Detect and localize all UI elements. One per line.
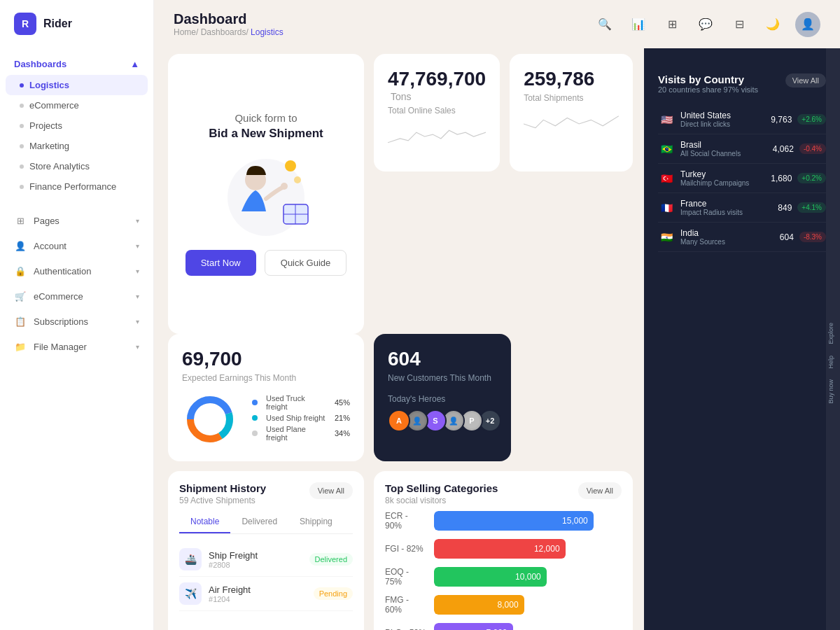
sidebar-item-finance-performance[interactable]: Finance Performance: [0, 176, 153, 197]
nav-item-ecommerce[interactable]: 🛒 eCommerce ▾: [0, 284, 153, 309]
sidebar-item-ecommerce[interactable]: eCommerce: [0, 95, 153, 115]
app-name: Rider: [43, 18, 72, 30]
earnings-label: Expected Earnings This Month: [182, 373, 350, 383]
total-shipments-value: 259,786: [524, 68, 594, 90]
visits-title: Visits by Country: [658, 74, 758, 85]
bar-label: EOQ - 75%: [385, 567, 427, 587]
shipments-chart: [524, 103, 619, 145]
sidebar-item-marketing[interactable]: Marketing: [0, 136, 153, 156]
nav-item-file-manager[interactable]: 📁 File Manager ▾: [0, 334, 153, 359]
selling-title: Top Selling Categories: [385, 482, 498, 494]
nav-item-account[interactable]: 👤 Account ▾: [0, 233, 153, 258]
tab-delivered[interactable]: Delivered: [230, 511, 288, 533]
ship-freight-icon: 🚢: [179, 548, 202, 570]
country-row: 🇹🇷 Turkey Mailchimp Campaigns 1,680 +0.2…: [658, 164, 826, 193]
nav-label: Pages: [34, 216, 59, 226]
search-icon[interactable]: 🔍: [594, 13, 616, 36]
country-name: Turkey: [680, 169, 765, 179]
country-name: United States: [680, 111, 765, 120]
nav-section: ⊞ Pages ▾ 👤 Account ▾ 🔒 Authentication ▾…: [0, 208, 153, 359]
country-change: +0.2%: [797, 173, 826, 183]
sidebar-item-store-analytics[interactable]: Store Analytics: [0, 156, 153, 176]
chevron-icon: ▾: [136, 217, 139, 225]
countries-container: 🇺🇸 United States Direct link clicks 9,76…: [658, 105, 826, 252]
bar-row: PLG - 50% 7,000: [385, 623, 622, 630]
bar-row: EOQ - 75% 10,000: [385, 567, 622, 587]
bar-label: ECR - 90%: [385, 511, 427, 531]
ship-info: Air Freight #1204: [209, 584, 251, 603]
chevron-icon: ▾: [136, 267, 139, 275]
bar-row: ECR - 90% 15,000: [385, 511, 622, 531]
shipment-title-group: Shipment History 59 Active Shipments: [179, 482, 266, 505]
selling-header: Top Selling Categories 8k social visitor…: [385, 482, 622, 505]
chart-icon[interactable]: 📊: [627, 13, 650, 36]
bar-track: 8,000: [434, 595, 622, 615]
country-value: 604: [780, 232, 794, 242]
country-change: +4.1%: [797, 202, 826, 213]
start-now-button[interactable]: Start Now: [186, 250, 256, 276]
total-sales-unit: Tons: [391, 91, 412, 102]
earnings-card: 69,700 Expected Earnings This Month: [168, 334, 364, 461]
bar-track: 12,000: [434, 539, 622, 559]
sidebar-item-logistics[interactable]: Logistics: [6, 75, 148, 95]
svg-point-4: [281, 183, 288, 190]
visits-sub: 20 countries share 97% visits: [658, 85, 758, 94]
page-header: Dashboard Home/ Dashboards/ Logistics 🔍 …: [154, 0, 840, 48]
customers-value: 604: [388, 348, 497, 370]
inactive-dot-icon: [20, 144, 24, 148]
shipment-header: Shipment History 59 Active Shipments Vie…: [179, 482, 353, 505]
dashboards-section: Dashboards ▲ Logistics eCommerce Project…: [0, 48, 153, 202]
country-name: France: [680, 199, 772, 209]
nav-item-subscriptions[interactable]: 📋 Subscriptions ▾: [0, 309, 153, 334]
side-tab-help[interactable]: Help: [826, 350, 840, 374]
svg-point-1: [285, 160, 296, 172]
hero-card: Quick form to Bid a New Shipment: [168, 54, 364, 334]
apps-icon[interactable]: ⊟: [728, 13, 750, 36]
bar-track: 15,000: [434, 511, 622, 531]
country-row: 🇮🇳 India Many Sources 604 -8.3%: [658, 223, 826, 252]
dashboards-label: Dashboards: [14, 59, 66, 69]
shipment-sub: 59 Active Shipments: [179, 496, 266, 505]
dashboards-group[interactable]: Dashboards ▲: [0, 53, 153, 75]
hero-title: Bid a New Shipment: [209, 127, 323, 141]
country-value: 849: [778, 203, 792, 213]
shipment-view-all[interactable]: View All: [309, 482, 353, 499]
tab-notable[interactable]: Notable: [179, 511, 230, 533]
sidebar-item-projects[interactable]: Projects: [0, 115, 153, 136]
nav-item-authentication[interactable]: 🔒 Authentication ▾: [0, 258, 153, 284]
heroes-label: Today's Heroes: [388, 394, 497, 404]
side-tab-buy-now[interactable]: Buy now: [826, 374, 840, 410]
side-tabs: Explore Help Buy now: [826, 48, 840, 630]
grid-icon[interactable]: ⊞: [661, 13, 683, 36]
country-change: -8.3%: [799, 232, 826, 242]
bar-row: FMG - 60% 8,000: [385, 595, 622, 615]
country-row: 🇫🇷 France Impact Radius visits 849 +4.1%: [658, 193, 826, 223]
hero-avatar-0: A: [388, 410, 410, 432]
selling-view-all[interactable]: View All: [578, 482, 622, 499]
legend-truck: Used Truck freight 45%: [252, 394, 350, 411]
sidebar-item-label: Marketing: [29, 141, 69, 151]
country-change: +2.6%: [797, 114, 826, 125]
chat-icon[interactable]: 💬: [694, 13, 717, 36]
bar-label: FGI - 82%: [385, 544, 427, 554]
truck-pct: 45%: [335, 398, 350, 407]
side-tab-explore[interactable]: Explore: [826, 317, 840, 350]
nav-item-pages[interactable]: ⊞ Pages ▾: [0, 208, 153, 233]
quick-guide-button[interactable]: Quick Guide: [265, 250, 347, 276]
dark-mode-toggle[interactable]: 🌙: [762, 13, 784, 36]
earnings-value: 69,700: [182, 348, 350, 370]
ship-name: Ship Freight: [209, 550, 258, 561]
sidebar-item-label: Projects: [29, 120, 62, 131]
visits-view-all[interactable]: View All: [785, 74, 826, 88]
country-info: France Impact Radius visits: [680, 199, 772, 216]
user-avatar[interactable]: 👤: [795, 12, 820, 37]
tab-shipping[interactable]: Shipping: [288, 511, 344, 533]
nav-label: eCommerce: [34, 291, 83, 302]
bar-row: FGI - 82% 12,000: [385, 539, 622, 559]
sidebar-item-label: eCommerce: [29, 100, 79, 111]
total-shipments-card: 259,786 Total Shipments: [510, 54, 633, 172]
hero-buttons: Start Now Quick Guide: [186, 250, 347, 276]
right-panel: Visits by Country 20 countries share 97%…: [644, 48, 840, 630]
sidebar-item-label: Logistics: [29, 80, 69, 90]
truck-dot: [252, 400, 258, 405]
